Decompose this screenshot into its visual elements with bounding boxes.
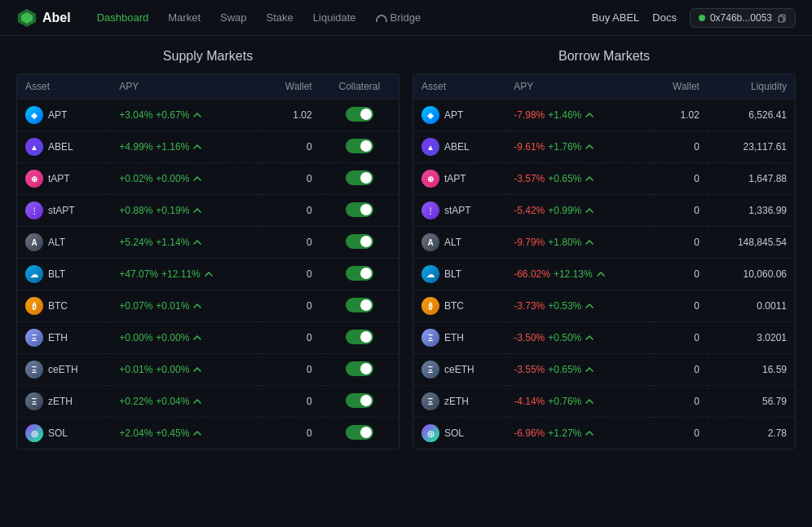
borrow-apy-cell: -4.14% +0.76% (505, 386, 650, 418)
supply-collateral-toggle[interactable] (320, 290, 399, 322)
supply-asset-cell: Ξ ceETH (17, 354, 111, 386)
collateral-toggle-switch[interactable] (346, 202, 373, 217)
supply-table-row[interactable]: ₿ BTC +0.07% +0.01% 0 (17, 290, 399, 322)
collateral-toggle-switch[interactable] (346, 393, 373, 408)
docs-link[interactable]: Docs (652, 11, 677, 24)
borrow-col-wallet: Wallet (650, 74, 708, 100)
supply-table-row[interactable]: ⋮ stAPT +0.88% +0.19% 0 (17, 195, 399, 227)
supply-collateral-toggle[interactable] (320, 322, 399, 354)
borrow-apy-secondary: +0.65% (548, 364, 581, 375)
borrow-table-row[interactable]: Ξ ceETH -3.55% +0.65% 0 16.59 (413, 354, 795, 386)
buy-abel-button[interactable]: Buy ABEL (592, 11, 640, 24)
borrow-asset-cell: ₿ BTC (413, 290, 505, 322)
supply-wallet-value: 0 (262, 227, 320, 259)
apy-trend-icon (585, 110, 594, 120)
supply-collateral-toggle[interactable] (320, 418, 399, 450)
borrow-table-row[interactable]: Ξ zETH -4.14% +0.76% 0 56.79 (413, 386, 795, 418)
borrow-asset-cell: ☁ BLT (413, 259, 505, 290)
supply-collateral-toggle[interactable] (320, 163, 399, 195)
borrow-table-row[interactable]: A ALT -9.79% +1.80% 0 148,845.54 (413, 227, 795, 259)
apy-trend-icon (192, 110, 202, 120)
borrow-apy-secondary: +0.76% (548, 396, 581, 407)
asset-name: ALT (48, 237, 65, 248)
supply-asset-cell: A ALT (17, 227, 111, 259)
supply-table-row[interactable]: ◈ APT +3.04% +0.67% 1.02 (17, 100, 399, 131)
borrow-table-row[interactable]: ◈ APT -7.98% +1.46% 1.02 6,526.41 (413, 100, 795, 131)
collateral-toggle-switch[interactable] (346, 330, 373, 344)
apy-trend-icon (585, 365, 594, 374)
main-content: Supply Markets Asset APY Wallet Collater… (0, 36, 812, 463)
borrow-asset-cell: ▲ ABEL (413, 131, 505, 163)
borrow-table-row[interactable]: Ξ ETH -3.50% +0.50% 0 3.0201 (413, 322, 795, 354)
supply-apy-primary: +3.04% (119, 109, 152, 121)
borrow-asset-cell: ◎ SOL (413, 418, 505, 450)
supply-table-row[interactable]: ☁ BLT +47.07% +12.11% 0 (17, 259, 399, 290)
borrow-apy-primary: -7.98% (514, 109, 545, 121)
nav-bridge[interactable]: Bridge (376, 11, 421, 24)
collateral-toggle-switch[interactable] (346, 107, 373, 122)
borrow-liquidity-value: 1,336.99 (708, 195, 795, 227)
supply-apy-primary: +0.00% (119, 332, 152, 343)
borrow-table-row[interactable]: ⊕ tAPT -3.57% +0.65% 0 1,647.88 (413, 163, 795, 195)
collateral-toggle-switch[interactable] (346, 234, 373, 249)
supply-col-apy: APY (111, 74, 261, 100)
collateral-toggle-switch[interactable] (346, 170, 373, 185)
asset-icon-blt: ☁ (25, 265, 43, 283)
supply-collateral-toggle[interactable] (320, 386, 399, 418)
asset-name: APT (48, 109, 67, 121)
supply-collateral-toggle[interactable] (320, 227, 399, 259)
borrow-liquidity-value: 56.79 (708, 386, 795, 418)
collateral-toggle-switch[interactable] (346, 298, 373, 312)
asset-name: ABEL (444, 141, 470, 153)
borrow-apy-secondary: +1.27% (548, 427, 581, 439)
borrow-wallet-value: 1.02 (650, 100, 708, 131)
supply-collateral-toggle[interactable] (320, 259, 399, 290)
logo[interactable]: Abel (16, 7, 71, 29)
collateral-toggle-switch[interactable] (346, 266, 373, 281)
borrow-apy-primary: -9.79% (514, 237, 545, 248)
collateral-toggle-switch[interactable] (346, 361, 373, 376)
supply-table-row[interactable]: A ALT +5.24% +1.14% 0 (17, 227, 399, 259)
borrow-apy-primary: -3.55% (514, 364, 545, 375)
supply-collateral-toggle[interactable] (320, 100, 399, 131)
asset-name: ALT (444, 237, 461, 248)
nav-right: Buy ABEL Docs 0x746b...0053 (592, 8, 796, 28)
nav-dashboard[interactable]: Dashboard (97, 11, 149, 24)
apy-trend-icon (585, 206, 594, 215)
borrow-asset-cell: ⋮ stAPT (413, 195, 505, 227)
nav-liquidate[interactable]: Liquidate (313, 11, 356, 24)
borrow-table-row[interactable]: ▲ ABEL -9.61% +1.76% 0 23,117.61 (413, 131, 795, 163)
borrow-table-row[interactable]: ☁ BLT -66.02% +12.13% 0 10,060.06 (413, 259, 795, 290)
asset-name: ETH (48, 332, 68, 343)
borrow-title: Borrow Markets (413, 49, 796, 64)
svg-rect-4 (779, 16, 783, 22)
borrow-table-row[interactable]: ◎ SOL -6.96% +1.27% 0 2.78 (413, 418, 795, 450)
apy-trend-icon (585, 333, 594, 343)
collateral-toggle-switch[interactable] (346, 139, 373, 153)
supply-table-row[interactable]: Ξ ETH +0.00% +0.00% 0 (17, 322, 399, 354)
nav-swap[interactable]: Swap (220, 11, 247, 24)
supply-table-row[interactable]: Ξ ceETH +0.01% +0.00% 0 (17, 354, 399, 386)
supply-collateral-toggle[interactable] (320, 195, 399, 227)
supply-table-row[interactable]: ◎ SOL +2.04% +0.45% 0 (17, 418, 399, 450)
asset-icon-apt: ◈ (25, 106, 43, 124)
supply-table-row[interactable]: ▲ ABEL +4.99% +1.16% 0 (17, 131, 399, 163)
borrow-table-row[interactable]: ⋮ stAPT -5.42% +0.99% 0 1,336.99 (413, 195, 795, 227)
supply-collateral-toggle[interactable] (320, 354, 399, 386)
borrow-liquidity-value: 10,060.06 (708, 259, 795, 290)
supply-apy-secondary: +0.01% (156, 300, 189, 312)
asset-icon-ceeth: Ξ (421, 361, 439, 379)
collateral-toggle-switch[interactable] (346, 425, 373, 440)
asset-icon-btc: ₿ (421, 297, 439, 315)
wallet-button[interactable]: 0x746b...0053 (690, 8, 796, 28)
supply-title: Supply Markets (16, 49, 399, 64)
supply-table-row[interactable]: Ξ zETH +0.22% +0.04% 0 (17, 386, 399, 418)
supply-apy-cell: +3.04% +0.67% (111, 100, 261, 131)
supply-table-row[interactable]: ⊕ tAPT +0.02% +0.00% 0 (17, 163, 399, 195)
supply-apy-cell: +4.99% +1.16% (111, 131, 261, 163)
asset-icon-sol: ◎ (421, 424, 439, 442)
supply-collateral-toggle[interactable] (320, 131, 399, 163)
nav-market[interactable]: Market (168, 11, 201, 24)
nav-stake[interactable]: Stake (267, 11, 293, 24)
borrow-table-row[interactable]: ₿ BTC -3.73% +0.53% 0 0.0011 (413, 290, 795, 322)
